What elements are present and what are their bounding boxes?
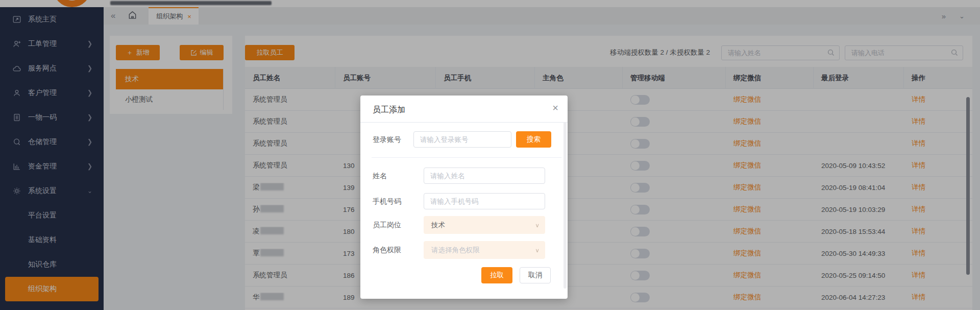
post-select-value: 技术 [431,221,445,230]
modal-title: 员工添加 [373,105,405,115]
modal-title-divider [360,122,568,123]
modal-section-divider [372,157,561,158]
name-label: 姓名 [373,168,413,184]
post-label: 员工岗位 [373,217,413,233]
modal-close-icon[interactable]: × [552,103,558,113]
modal-cancel-label: 取消 [528,271,542,280]
app-window: 系统主页工单管理❯服务网点❯客户管理❯一物一码❯仓储管理❯资金管理❯系统设置⌄平… [0,0,980,310]
phone-label: 手机号码 [373,193,413,209]
add-employee-modal: 员工添加 × 登录账号 搜索 姓名 手机号码 员工岗位 技术 ∨ 角色权限 请选… [360,96,568,299]
role-select-placeholder: 请选择角色权限 [431,246,480,255]
name-input[interactable] [424,168,545,184]
phone-input[interactable] [424,193,545,209]
login-account-input[interactable] [413,131,511,148]
modal-scrollbar[interactable] [564,122,567,289]
modal-search-label: 搜索 [527,135,541,144]
role-label: 角色权限 [373,242,413,258]
chevron-down-icon: ∨ [535,247,540,253]
modal-pull-label: 拉取 [490,271,504,280]
modal-pull-button[interactable]: 拉取 [481,267,512,283]
modal-cancel-button[interactable]: 取消 [520,267,551,283]
role-select[interactable]: 请选择角色权限 ∨ [424,241,545,259]
login-account-label: 登录账号 [373,131,413,148]
chevron-down-icon: ∨ [535,222,540,228]
modal-search-button[interactable]: 搜索 [516,131,551,148]
post-select[interactable]: 技术 ∨ [424,216,545,234]
